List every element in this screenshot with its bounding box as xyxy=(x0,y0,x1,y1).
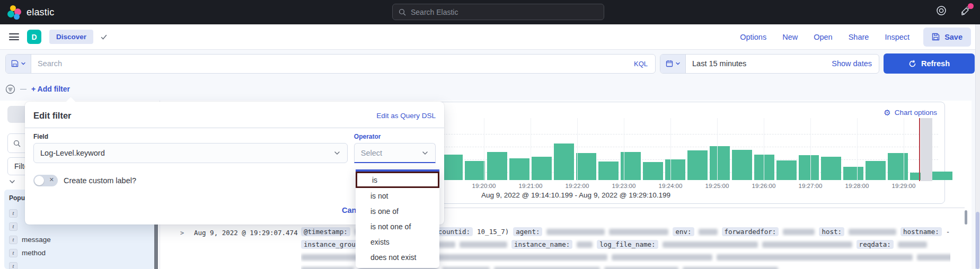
redacted-value xyxy=(898,241,927,248)
histogram-bar[interactable] xyxy=(754,155,774,180)
gridline xyxy=(484,118,484,181)
global-search-input[interactable]: Search Elastic xyxy=(392,4,604,20)
histogram-bar[interactable] xyxy=(732,150,752,180)
toggle-knob xyxy=(34,176,44,185)
operator-placeholder: Select xyxy=(361,149,382,157)
x-axis-label: 19:21:00 xyxy=(519,183,543,189)
help-icon[interactable] xyxy=(935,5,947,16)
x-axis-label: 19:29:00 xyxy=(892,183,916,189)
table-scrollbar[interactable] xyxy=(965,210,967,225)
histogram-bar[interactable] xyxy=(821,157,841,180)
page-scrollbar-track[interactable] xyxy=(975,24,980,269)
doc-field-name: log_file_name: xyxy=(597,240,658,249)
add-filter-button[interactable]: + Add filter xyxy=(31,85,70,93)
search-group: Search KQL xyxy=(5,54,656,74)
histogram-bar[interactable] xyxy=(799,155,819,180)
query-language-button[interactable]: KQL xyxy=(626,55,655,73)
appbar-right: OptionsNewOpenShareInspect Save xyxy=(740,28,971,47)
operator-option-is-one-of[interactable]: is one of xyxy=(356,203,439,219)
app-toolbar: D Discover OptionsNewOpenShareInspect Sa… xyxy=(0,24,980,49)
chevron-down-icon xyxy=(21,61,26,66)
query-search-input[interactable]: Search xyxy=(31,55,626,73)
popover-title: Edit filter xyxy=(33,111,72,121)
histogram-bar[interactable] xyxy=(576,153,596,180)
nav-link-new[interactable]: New xyxy=(782,33,798,41)
histogram-bar[interactable] xyxy=(932,172,952,180)
histogram-bar[interactable] xyxy=(465,161,485,180)
save-button[interactable]: Save xyxy=(923,28,971,47)
news-feed-icon[interactable] xyxy=(960,5,972,16)
gridline xyxy=(857,118,858,181)
operator-option-is-not-one-of[interactable]: is not one of xyxy=(356,219,439,234)
field-type-icon: t xyxy=(9,222,17,231)
refresh-button[interactable]: Refresh xyxy=(884,53,975,74)
expand-row-icon[interactable]: > xyxy=(180,229,184,237)
time-range-value[interactable]: Last 15 minutes xyxy=(686,55,825,73)
histogram-bar[interactable] xyxy=(443,155,463,180)
redacted-value xyxy=(577,241,593,248)
notification-dot xyxy=(968,3,974,9)
date-picker-group: Last 15 minutes Show dates xyxy=(660,54,879,74)
page-scrollbar-thumb[interactable] xyxy=(976,212,979,269)
operator-option-exists[interactable]: exists xyxy=(356,234,439,249)
toggle-off-x-icon: ✕ xyxy=(49,176,54,183)
histogram-bar[interactable] xyxy=(776,160,797,180)
operator-select[interactable]: Select xyxy=(354,143,436,163)
nav-link-options[interactable]: Options xyxy=(740,33,766,41)
global-header: elastic Search Elastic xyxy=(0,0,980,24)
operator-option-does-not-exist[interactable]: does not exist xyxy=(356,249,439,265)
refresh-label: Refresh xyxy=(921,59,950,68)
filter-settings-icon[interactable] xyxy=(5,84,15,94)
histogram-bar[interactable] xyxy=(843,167,863,180)
redacted-value xyxy=(717,254,913,261)
histogram-bar[interactable] xyxy=(888,153,908,180)
histogram-bar[interactable] xyxy=(710,146,730,180)
histogram-bar[interactable] xyxy=(509,158,529,180)
query-bar: Search KQL Last 15 minutes Show dates Re… xyxy=(0,49,980,77)
sidebar-field[interactable]: tmethod xyxy=(9,246,151,259)
calendar-icon xyxy=(666,60,673,67)
redacted-value xyxy=(683,267,778,269)
redacted-value xyxy=(494,267,600,269)
sidebar-field[interactable]: tmessage xyxy=(9,233,151,246)
nav-link-inspect[interactable]: Inspect xyxy=(885,33,910,41)
gridline xyxy=(531,118,531,181)
doc-field-name: instance_name: xyxy=(511,240,572,249)
histogram-bar[interactable] xyxy=(554,144,574,180)
calendar-menu-button[interactable] xyxy=(660,55,686,73)
field-type-icon: t xyxy=(9,236,17,244)
elastic-brand[interactable]: elastic xyxy=(7,5,54,19)
field-combobox[interactable]: Log-Level.keyword xyxy=(33,143,348,163)
app-badge[interactable]: D xyxy=(27,30,41,44)
histogram-bar[interactable] xyxy=(643,162,663,180)
histogram-bar[interactable] xyxy=(866,161,886,180)
doc-field-value: 10_15_7) xyxy=(477,228,509,236)
operator-option-is[interactable]: is xyxy=(356,172,439,188)
x-axis-label: 19:24:00 xyxy=(659,183,683,189)
menu-icon[interactable] xyxy=(9,33,19,40)
field-type-icon: t xyxy=(9,262,17,269)
brand-name: elastic xyxy=(27,7,54,18)
histogram-bar[interactable] xyxy=(665,159,685,180)
field-label: Field xyxy=(33,133,348,140)
save-button-label: Save xyxy=(944,33,963,41)
histogram-bar[interactable] xyxy=(598,162,619,180)
histogram-bar[interactable] xyxy=(532,157,552,180)
custom-label-toggle[interactable]: ✕ xyxy=(33,175,58,186)
redacted-value xyxy=(604,267,678,269)
sidebar-field[interactable]: t xyxy=(9,259,151,269)
operator-option-is-not[interactable]: is not xyxy=(356,188,439,203)
saved-query-menu-button[interactable] xyxy=(6,55,31,73)
chevron-down-icon xyxy=(675,61,681,66)
breadcrumb-discover[interactable]: Discover xyxy=(49,30,93,44)
histogram-bar[interactable] xyxy=(487,152,507,180)
show-dates-link[interactable]: Show dates xyxy=(825,55,879,73)
nav-link-open[interactable]: Open xyxy=(814,33,832,41)
nav-link-share[interactable]: Share xyxy=(849,33,869,41)
doc-field-name: forwardedfor: xyxy=(722,227,779,236)
chevron-down-icon[interactable] xyxy=(8,178,16,185)
edit-as-query-dsl-link[interactable]: Edit as Query DSL xyxy=(376,112,436,120)
gridline xyxy=(577,118,578,181)
sidebar-scrollbar[interactable] xyxy=(154,222,158,269)
histogram-bar[interactable] xyxy=(687,150,708,180)
